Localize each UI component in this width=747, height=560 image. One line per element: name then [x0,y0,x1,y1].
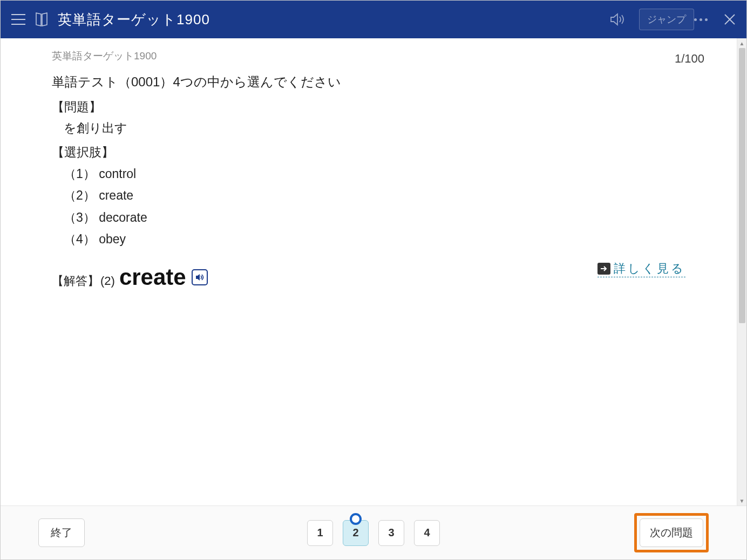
next-button-highlight: 次の問題 [634,513,709,552]
question-text: を創り出す [52,118,685,139]
main-content: 1/100 英単語ターゲット1900 単語テスト（0001）4つの中から選んでく… [1,38,737,506]
next-button[interactable]: 次の問題 [640,518,703,547]
detail-link-label: 詳しく見る [614,261,685,277]
footer: 終了 1234 次の問題 [1,506,746,559]
question-label: 【問題】 [52,97,685,118]
answer-buttons: 1234 [307,520,440,546]
answer-label: 【解答】 [52,273,99,289]
close-icon[interactable] [724,13,736,25]
answer-number: (2) [100,274,115,288]
scroll-thumb[interactable] [739,48,745,323]
choice-2: （2） create [64,185,685,206]
test-title: 単語テスト（0001）4つの中から選んでください [52,71,685,93]
answer-option-2[interactable]: 2 [343,520,369,546]
jump-button[interactable]: ジャンプ [639,9,694,30]
arrow-right-icon [597,263,610,275]
choice-1: （1） control [64,163,685,185]
audio-play-icon[interactable] [192,269,208,285]
exit-button[interactable]: 終了 [38,518,85,547]
book-icon[interactable] [35,12,48,27]
app-header: 英単語ターゲット1900 ジャンプ [1,1,746,38]
app-title: 英単語ターゲット1900 [58,10,210,29]
menu-icon[interactable] [11,14,25,25]
scroll-down-icon[interactable]: ▼ [737,496,746,506]
choice-4: （4） obey [64,228,685,250]
correct-mark-icon [350,513,362,525]
detail-link[interactable]: 詳しく見る [597,261,685,277]
answer-option-1[interactable]: 1 [307,520,333,546]
choices-label: 【選択肢】 [52,142,685,163]
choice-3: （3） decorate [64,207,685,228]
scroll-up-icon[interactable]: ▲ [737,38,746,48]
breadcrumb: 英単語ターゲット1900 [52,49,685,63]
answer-option-4[interactable]: 4 [414,520,440,546]
page-counter: 1/100 [675,52,704,66]
more-icon[interactable] [694,18,708,21]
scrollbar[interactable]: ▲ ▼ [737,38,746,506]
answer-option-3[interactable]: 3 [378,520,404,546]
speaker-icon[interactable] [609,12,626,26]
answer-word: create [119,264,186,290]
